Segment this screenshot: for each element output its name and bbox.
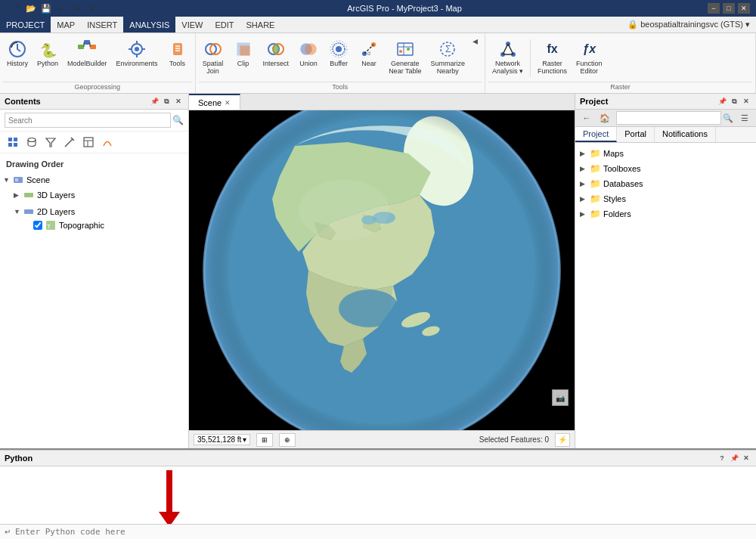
ribbon-btn-generate-near-table[interactable]: GenerateNear Table (385, 36, 425, 78)
ribbon-btn-clip[interactable]: Clip (229, 36, 258, 70)
map-viewport[interactable]: 📷 (189, 110, 575, 430)
qa-undo-btn[interactable]: ↩ (54, 2, 68, 15)
styles-expand-icon[interactable]: ▶ (580, 195, 589, 203)
map-nav-btn-2[interactable]: ⊕ (279, 433, 296, 447)
project-nav-home-btn[interactable]: 🏠 (598, 111, 612, 125)
qa-save-btn[interactable]: 💾 (39, 2, 53, 15)
ribbon-btn-near[interactable]: d Near (355, 36, 383, 70)
databases-expand-icon[interactable]: ▶ (580, 180, 589, 187)
python-help-btn[interactable]: ? (717, 453, 727, 463)
scale-selector[interactable]: 35,521,128 ft ▾ (194, 434, 250, 445)
toolboxes-expand-icon[interactable]: ▶ (580, 165, 589, 172)
contents-tool-style-btn[interactable] (99, 134, 116, 150)
contents-float-btn[interactable]: ⧉ (161, 96, 172, 107)
menu-project[interactable]: PROJECT (0, 17, 51, 33)
ribbon-btn-python[interactable]: 🐍 Python (33, 36, 62, 70)
project-tab-project[interactable]: Project (575, 127, 617, 142)
help-title-btn[interactable]: ? (9, 2, 23, 15)
menu-analysis[interactable]: ANALYSIS (123, 17, 175, 33)
3d-layers-expand-icon[interactable]: ▶ (14, 191, 23, 199)
qa-open-btn[interactable]: 📂 (24, 2, 38, 15)
project-pin-btn[interactable]: 📌 (717, 96, 727, 107)
folders-expand-icon[interactable]: ▶ (580, 210, 589, 218)
menu-insert[interactable]: INSERT (81, 17, 123, 33)
status-btn[interactable]: ⚡ (555, 433, 570, 447)
map-nav-btn-1[interactable]: ⊞ (256, 433, 273, 447)
python-input-field[interactable] (15, 527, 751, 537)
modelbuilder-icon (76, 39, 98, 60)
2d-layers-expand-icon[interactable]: ▼ (14, 208, 23, 215)
ribbon-group-geoprocessing: History 🐍 Python ModelBuilder Environmen… (0, 33, 196, 93)
contents-close-btn[interactable]: ✕ (173, 96, 184, 107)
ribbon-btn-modelbuilder[interactable]: ModelBuilder (64, 36, 111, 70)
scale-dropdown-icon[interactable]: ▾ (243, 435, 246, 444)
qa-redo-btn[interactable]: ↪ (70, 2, 83, 15)
svg-point-25 (336, 46, 342, 52)
contents-search-icon[interactable]: 🔍 (172, 115, 184, 125)
map-tab-close-btn[interactable]: ✕ (225, 99, 231, 107)
raster-divider (530, 39, 531, 77)
python-input-row: ↵ (0, 524, 756, 539)
map-tab-scene[interactable]: Scene ✕ (189, 94, 240, 110)
project-nav-back-btn[interactable]: ← (580, 111, 593, 125)
ribbon-btn-spatial-join[interactable]: SpatialJoin (199, 36, 228, 78)
tree-item-2d-layers: ▼ 2D Layers T (11, 203, 188, 234)
maximize-btn[interactable]: □ (723, 3, 735, 14)
ribbon-btn-intersect[interactable]: Intersect (259, 36, 293, 70)
project-tab-portal[interactable]: Portal (617, 127, 655, 142)
contents-tool-table-btn[interactable] (80, 134, 97, 150)
tree-row-3d-layers[interactable]: ▶ 3D Layers (11, 188, 188, 202)
python-panel-header: Python ? 📌 ✕ (0, 451, 756, 466)
ribbon-btn-more[interactable]: ▶ (470, 36, 482, 48)
ribbon-btn-environments[interactable]: Environments (113, 36, 162, 70)
ribbon-btn-summarize-nearby[interactable]: Σ SummarizeNearby (427, 36, 469, 78)
user-account[interactable]: 🔒 beospatialtrainingsvc (GTS) ▾ (621, 18, 756, 31)
project-tree-item-databases[interactable]: ▶ 📁 Databases (575, 176, 756, 191)
menu-edit[interactable]: EDIT (209, 17, 240, 33)
project-tab-notifications[interactable]: Notifications (655, 127, 716, 142)
ribbon-btn-tools[interactable]: Tools (163, 36, 192, 70)
project-float-btn[interactable]: ⧉ (729, 96, 739, 107)
topographic-checkbox[interactable] (33, 221, 42, 230)
menu-view[interactable]: VIEW (175, 17, 209, 33)
python-close-btn[interactable]: ✕ (741, 453, 751, 463)
project-search-icon[interactable]: 🔍 (723, 113, 733, 123)
project-tree-item-folders[interactable]: ▶ 📁 Folders (575, 206, 756, 221)
contents-pin-btn[interactable]: 📌 (149, 96, 160, 107)
project-search-input[interactable] (616, 111, 721, 125)
ribbon-btn-buffer[interactable]: Buffer (324, 36, 353, 70)
python-pin-btn[interactable]: 📌 (729, 453, 739, 463)
ribbon-btn-network-analysis[interactable]: NetworkAnalysis ▾ (488, 36, 527, 78)
project-header-controls: 📌 ⧉ ✕ (717, 96, 751, 107)
close-btn[interactable]: ✕ (738, 3, 750, 14)
scene-expand-icon[interactable]: ▼ (3, 176, 12, 184)
tree-row-scene[interactable]: ▼ Scene (0, 173, 188, 187)
project-tree-item-styles[interactable]: ▶ 📁 Styles (575, 191, 756, 206)
contents-tool-db-btn[interactable] (23, 134, 40, 150)
project-close-btn[interactable]: ✕ (741, 96, 751, 107)
ribbon-btn-union[interactable]: Union (294, 36, 323, 70)
qa-dropdown-btn[interactable]: ▾ (85, 2, 98, 15)
title-bar: ? 📂 💾 ↩ ↪ ▾ ArcGIS Pro - MyProject3 - Ma… (0, 0, 756, 17)
ribbon-btn-history[interactable]: History (3, 36, 32, 70)
map-icon-1[interactable]: 📷 (552, 389, 569, 406)
svg-rect-45 (8, 138, 12, 141)
contents-search-input[interactable] (5, 113, 171, 128)
minimize-btn[interactable]: − (708, 3, 720, 14)
project-nav-options-btn[interactable]: ☰ (738, 111, 751, 125)
contents-tool-filter-btn[interactable] (42, 134, 59, 150)
contents-tool-list-btn[interactable] (5, 134, 21, 150)
tree-row-2d-layers[interactable]: ▼ 2D Layers (11, 205, 188, 218)
contents-tool-edit-btn[interactable] (61, 134, 78, 150)
project-panel: Project 📌 ⧉ ✕ ← 🏠 🔍 ☰ Project Portal Not… (575, 94, 756, 448)
maps-expand-icon[interactable]: ▶ (580, 150, 589, 157)
svg-rect-3 (84, 40, 90, 45)
menu-share[interactable]: SHARE (240, 17, 281, 33)
ribbon-btn-function-editor[interactable]: ƒx FunctionEditor (572, 36, 606, 78)
project-tree-item-toolboxes[interactable]: ▶ 📁 Toolboxes (575, 161, 756, 176)
tree-row-topographic[interactable]: T Topographic (21, 218, 188, 232)
menu-map[interactable]: MAP (51, 17, 81, 33)
project-tree-item-maps[interactable]: ▶ 📁 Maps (575, 146, 756, 161)
ribbon-btn-raster-functions[interactable]: fx RasterFunctions (534, 36, 571, 78)
app-title: ArcGIS Pro - MyProject3 - Map (101, 4, 708, 13)
